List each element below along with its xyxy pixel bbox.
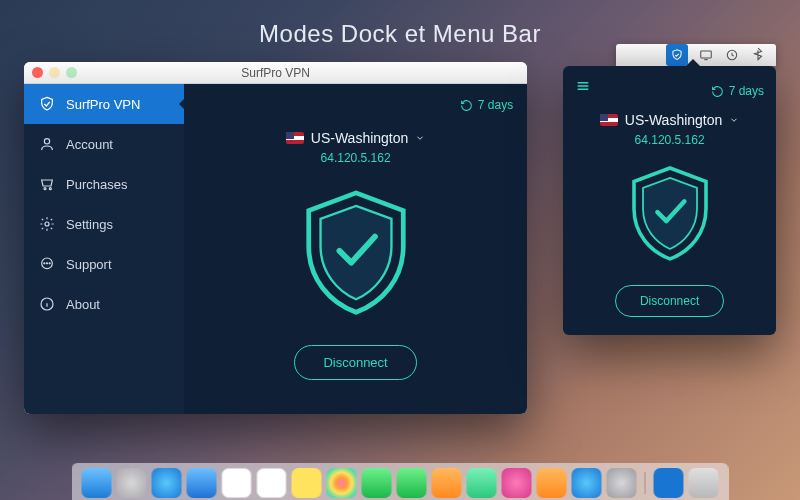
sidebar-item-label: SurfPro VPN (66, 97, 140, 112)
clock-refresh-icon (711, 85, 724, 98)
us-flag-icon (600, 114, 618, 126)
dock-preferences-icon[interactable] (607, 468, 637, 498)
sidebar-item-label: Account (66, 137, 113, 152)
dock-facetime-icon[interactable] (397, 468, 427, 498)
window-titlebar[interactable]: SurfPro VPN (24, 62, 527, 84)
page-title: Modes Dock et Menu Bar (0, 0, 800, 48)
svg-point-7 (49, 263, 50, 264)
dock-mail-icon[interactable] (187, 468, 217, 498)
sidebar-item-settings[interactable]: Settings (24, 204, 184, 244)
hamburger-menu-icon[interactable] (575, 78, 591, 98)
svg-point-5 (44, 263, 45, 264)
days-remaining-label: 7 days (478, 98, 513, 112)
menubar-display-icon[interactable] (698, 47, 714, 63)
chat-icon (38, 255, 56, 273)
dock-photos-icon[interactable] (327, 468, 357, 498)
server-selector[interactable]: US-Washington (286, 130, 426, 146)
dock-appstore-icon[interactable] (572, 468, 602, 498)
dock-mode-window: SurfPro VPN SurfPro VPN Account Purchase… (24, 62, 527, 414)
server-selector[interactable]: US-Washington (600, 112, 740, 128)
disconnect-button[interactable]: Disconnect (294, 345, 416, 380)
sidebar-item-about[interactable]: About (24, 284, 184, 324)
sidebar-item-support[interactable]: Support (24, 244, 184, 284)
sidebar-item-account[interactable]: Account (24, 124, 184, 164)
dock-itunes-icon[interactable] (502, 468, 532, 498)
svg-point-3 (45, 222, 49, 226)
svg-point-2 (49, 188, 51, 190)
menubar-popover: 7 days US-Washington 64.120.5.162 Discon… (563, 66, 776, 335)
svg-point-0 (44, 139, 49, 144)
server-name: US-Washington (625, 112, 723, 128)
connected-shield-icon (625, 163, 715, 267)
days-remaining[interactable]: 7 days (460, 98, 513, 112)
sidebar-item-label: Purchases (66, 177, 127, 192)
shield-check-icon (38, 95, 56, 113)
macos-dock (72, 463, 729, 500)
dock-surfpro-icon[interactable] (654, 468, 684, 498)
menubar-vpn-icon[interactable] (666, 44, 688, 66)
sidebar-item-label: About (66, 297, 100, 312)
sidebar-item-label: Settings (66, 217, 113, 232)
gear-icon (38, 215, 56, 233)
svg-rect-9 (701, 51, 712, 58)
chevron-down-icon (729, 115, 739, 125)
dock-numbers-icon[interactable] (467, 468, 497, 498)
cart-icon (38, 175, 56, 193)
sidebar-item-surfpro[interactable]: SurfPro VPN (24, 84, 184, 124)
sidebar-item-label: Support (66, 257, 112, 272)
connected-shield-icon (296, 187, 416, 321)
svg-point-6 (46, 263, 47, 264)
window-title: SurfPro VPN (24, 66, 527, 80)
dock-trash-icon[interactable] (689, 468, 719, 498)
dock-reminders-icon[interactable] (257, 468, 287, 498)
days-remaining[interactable]: 7 days (711, 84, 764, 98)
dock-separator (645, 472, 646, 494)
server-name: US-Washington (311, 130, 409, 146)
sidebar: SurfPro VPN Account Purchases Settings S… (24, 84, 184, 414)
main-panel: 7 days US-Washington 64.120.5.162 Discon… (184, 84, 527, 414)
disconnect-button[interactable]: Disconnect (615, 285, 724, 317)
ip-address: 64.120.5.162 (635, 133, 705, 147)
dock-safari-icon[interactable] (152, 468, 182, 498)
days-remaining-label: 7 days (729, 84, 764, 98)
svg-point-1 (44, 188, 46, 190)
info-icon (38, 295, 56, 313)
dock-finder-icon[interactable] (82, 468, 112, 498)
user-icon (38, 135, 56, 153)
chevron-down-icon (415, 133, 425, 143)
menubar-timemachine-icon[interactable] (724, 47, 740, 63)
dock-notes-icon[interactable] (292, 468, 322, 498)
dock-pages-icon[interactable] (432, 468, 462, 498)
dock-calendar-icon[interactable] (222, 468, 252, 498)
sidebar-item-purchases[interactable]: Purchases (24, 164, 184, 204)
dock-launchpad-icon[interactable] (117, 468, 147, 498)
menubar-bluetooth-icon[interactable] (750, 47, 766, 63)
dock-ibooks-icon[interactable] (537, 468, 567, 498)
dock-messages-icon[interactable] (362, 468, 392, 498)
us-flag-icon (286, 132, 304, 144)
ip-address: 64.120.5.162 (321, 151, 391, 165)
clock-refresh-icon (460, 99, 473, 112)
